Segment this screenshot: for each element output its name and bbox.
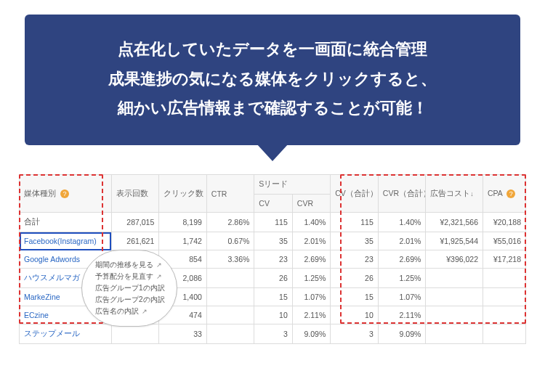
cell-cvT: 115 bbox=[331, 213, 379, 232]
cell-imp: 261,621 bbox=[111, 232, 159, 250]
cell-media[interactable]: 合計 bbox=[20, 213, 112, 232]
cell-cpa: ¥20,188 bbox=[483, 213, 526, 232]
cell-media[interactable]: Facebook(Instagram) bbox=[20, 232, 112, 250]
col-header-ctr[interactable]: CTR bbox=[206, 175, 254, 213]
cell-cvT: 10 bbox=[331, 306, 379, 324]
cell-cvr: 2.01% bbox=[292, 232, 330, 250]
col-header-lead-cv[interactable]: CV bbox=[254, 195, 292, 213]
popup-item-label: 広告グループ2の内訳 bbox=[95, 294, 165, 306]
cell-cv: 10 bbox=[254, 306, 292, 324]
cell-ctr bbox=[206, 324, 254, 344]
cell-imp: 287,015 bbox=[111, 213, 159, 232]
cell-cost: ¥2,321,566 bbox=[426, 213, 483, 232]
col-header-cv-total[interactable]: CV（合計） bbox=[331, 175, 379, 213]
cell-cost bbox=[426, 306, 483, 324]
col-header-cost[interactable]: 広告コスト↓ bbox=[426, 175, 483, 213]
popup-item[interactable]: 広告グループ2の内訳 bbox=[95, 294, 165, 306]
cell-cv: 35 bbox=[254, 232, 292, 250]
col-header-label: CPA bbox=[488, 189, 502, 197]
cell-cvrT: 2.69% bbox=[378, 250, 426, 269]
popup-item[interactable]: 期間の推移を見る↗ bbox=[95, 259, 165, 271]
cell-cost bbox=[426, 288, 483, 306]
col-header-cvr-total[interactable]: CVR（合計） bbox=[378, 175, 426, 213]
popup-item[interactable]: 広告名の内訳↗ bbox=[95, 306, 165, 317]
help-icon[interactable]: ? bbox=[60, 189, 69, 198]
external-link-icon: ↗ bbox=[156, 271, 162, 282]
cell-cvrT: 1.25% bbox=[378, 269, 426, 288]
callout-line: 細かい広告情報まで確認することが可能！ bbox=[42, 94, 503, 123]
cell-clk: 1,742 bbox=[159, 232, 207, 250]
col-header-label: 広告コスト bbox=[430, 189, 470, 197]
cell-media[interactable]: ステップメール bbox=[20, 324, 112, 344]
cell-cpa bbox=[483, 269, 526, 288]
table-row[interactable]: ステップメール3339.09%39.09% bbox=[20, 324, 526, 344]
cell-cvr: 9.09% bbox=[292, 324, 330, 344]
popup-item-label: 期間の推移を見る bbox=[95, 259, 153, 271]
col-header-label: 媒体種別 bbox=[24, 189, 56, 197]
cell-cvT: 35 bbox=[331, 232, 379, 250]
external-link-icon: ↗ bbox=[156, 260, 162, 270]
cell-clk: 8,199 bbox=[159, 213, 207, 232]
cell-cvrT: 1.07% bbox=[378, 288, 426, 306]
table-row[interactable]: Facebook(Instagram)261,6211,7420.67%352.… bbox=[20, 232, 526, 250]
cell-ctr: 0.67% bbox=[206, 232, 254, 250]
cell-cvr: 1.25% bbox=[292, 269, 330, 288]
cell-clk: 33 bbox=[159, 324, 207, 344]
cell-cost bbox=[426, 324, 483, 344]
cell-ctr bbox=[206, 306, 254, 324]
context-popup[interactable]: 期間の推移を見る↗ 予算配分を見直す↗ 広告グループ1の内訳 広告グループ2の内… bbox=[81, 250, 177, 327]
cell-ctr: 2.86% bbox=[206, 213, 254, 232]
cell-cv: 15 bbox=[254, 288, 292, 306]
col-header-clicks[interactable]: クリック数 bbox=[159, 175, 207, 213]
cell-cpa: ¥17,218 bbox=[483, 250, 526, 269]
cell-cvrT: 1.40% bbox=[378, 213, 426, 232]
popup-item-label: 予算配分を見直す bbox=[95, 271, 153, 282]
cell-cvT: 23 bbox=[331, 250, 379, 269]
cell-cost: ¥1,925,544 bbox=[426, 232, 483, 250]
report-screenshot: 媒体種別 ? 表示回数 クリック数 CTR Sリード CV（合計） CVR（合計… bbox=[19, 174, 526, 344]
popup-item-label: 広告名の内訳 bbox=[95, 306, 139, 317]
table-row[interactable]: 合計287,0158,1992.86%1151.40%1151.40%¥2,32… bbox=[20, 213, 526, 232]
sort-desc-icon: ↓ bbox=[470, 190, 474, 197]
cell-cvT: 26 bbox=[331, 269, 379, 288]
popup-item[interactable]: 予算配分を見直す↗ bbox=[95, 271, 165, 282]
cell-cv: 26 bbox=[254, 269, 292, 288]
col-header-lead-group[interactable]: Sリード bbox=[254, 175, 331, 195]
cell-cvrT: 2.11% bbox=[378, 306, 426, 324]
callout-line: 成果進捗の気になる媒体をクリックすると、 bbox=[42, 65, 503, 94]
cell-imp bbox=[111, 324, 159, 344]
col-header-media[interactable]: 媒体種別 ? bbox=[20, 175, 112, 213]
col-header-cpa[interactable]: CPA ? bbox=[483, 175, 526, 213]
cell-cv: 3 bbox=[254, 324, 292, 344]
cell-cvrT: 2.01% bbox=[378, 232, 426, 250]
cell-cvr: 1.07% bbox=[292, 288, 330, 306]
cell-cpa bbox=[483, 324, 526, 344]
cell-ctr: 3.36% bbox=[206, 250, 254, 269]
cell-ctr bbox=[206, 288, 254, 306]
cell-cvrT: 9.09% bbox=[378, 324, 426, 344]
cell-cv: 23 bbox=[254, 250, 292, 269]
cell-cpa bbox=[483, 306, 526, 324]
cell-cpa: ¥55,016 bbox=[483, 232, 526, 250]
cell-ctr bbox=[206, 269, 254, 288]
cell-cvr: 1.40% bbox=[292, 213, 330, 232]
callout-line: 点在化していたデータを一画面に統合管理 bbox=[42, 35, 503, 65]
popup-item-label: 広告グループ1の内訳 bbox=[95, 282, 165, 294]
cell-cv: 115 bbox=[254, 213, 292, 232]
cell-cvT: 15 bbox=[331, 288, 379, 306]
help-icon[interactable]: ? bbox=[506, 189, 515, 198]
cell-cost: ¥396,022 bbox=[426, 250, 483, 269]
cell-cpa bbox=[483, 288, 526, 306]
popup-item[interactable]: 広告グループ1の内訳 bbox=[95, 282, 165, 294]
cell-cvr: 2.69% bbox=[292, 250, 330, 269]
cell-cvT: 3 bbox=[331, 324, 379, 344]
promo-callout: 点在化していたデータを一画面に統合管理 成果進捗の気になる媒体をクリックすると、… bbox=[25, 15, 520, 145]
external-link-icon: ↗ bbox=[142, 306, 148, 317]
cell-cost bbox=[426, 269, 483, 288]
col-header-impressions[interactable]: 表示回数 bbox=[111, 175, 159, 213]
cell-cvr: 2.11% bbox=[292, 306, 330, 324]
col-header-lead-cvr[interactable]: CVR bbox=[292, 195, 330, 213]
